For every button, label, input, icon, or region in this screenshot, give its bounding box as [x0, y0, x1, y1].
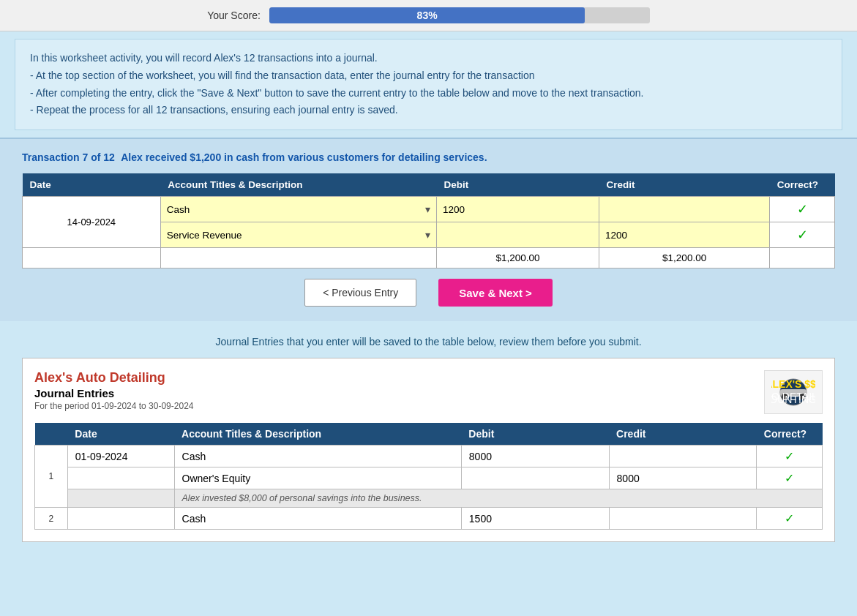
- jcol-num: [35, 423, 68, 446]
- entry-credit-cash2: [609, 508, 757, 530]
- entry-date: 14-09-2024: [23, 197, 161, 248]
- previous-button[interactable]: < Previous Entry: [304, 279, 416, 307]
- jcol-account: Account Titles & Description: [174, 423, 461, 446]
- score-bar-fill: 83%: [269, 7, 585, 23]
- account-cell-1: Cash Service Revenue: [160, 197, 436, 222]
- entry-table: Date Account Titles & Description Debit …: [22, 173, 835, 268]
- journal-period: For the period 01-09-2024 to 30-09-2024: [34, 401, 193, 411]
- entry-correct-cash: ✓: [757, 446, 823, 467]
- instruction-line2: - At the top section of the worksheet, y…: [30, 67, 827, 85]
- account-select-wrapper-2[interactable]: Service Revenue Cash: [161, 225, 436, 245]
- entry-date-2: [67, 508, 174, 530]
- transaction-description: Alex received $1,200 in cash from variou…: [121, 151, 487, 163]
- total-debit: $1,200.00: [437, 248, 599, 268]
- entry-debit-cash2: 1500: [461, 508, 609, 530]
- table-row: Alex invested $8,000 of personal savings…: [35, 489, 823, 508]
- journal-subtitle: Journal Entries that you enter will be s…: [22, 336, 835, 348]
- col-correct-header: Correct?: [770, 173, 835, 197]
- jcol-correct: Correct?: [757, 423, 823, 446]
- credit-input-1[interactable]: [599, 200, 769, 219]
- jcol-credit: Credit: [609, 423, 757, 446]
- col-credit-header: Credit: [599, 173, 770, 197]
- journal-header-row: Alex's Auto Detailing Journal Entries Fo…: [34, 370, 823, 418]
- score-percent: 83%: [417, 10, 438, 21]
- desc-date: [67, 489, 174, 508]
- credit-cell-2[interactable]: [599, 222, 770, 248]
- transaction-number: Transaction 7 of 12: [22, 151, 115, 163]
- entry-date-1: 01-09-2024: [67, 446, 174, 467]
- instruction-line4: - Repeat the process for all 12 transact…: [30, 102, 827, 119]
- entry-account-cash2: Cash: [174, 508, 461, 530]
- svg-text:ALEX'S $$$: ALEX'S $$$: [771, 378, 815, 390]
- score-bar-container: 83%: [269, 7, 650, 23]
- col-debit-header: Debit: [437, 173, 599, 197]
- instruction-line1: In this worksheet activity, you will rec…: [30, 50, 827, 67]
- jcol-date: Date: [67, 423, 174, 446]
- table-row: Owner's Equity 8000 ✓: [35, 467, 823, 489]
- score-section: Your Score: 83%: [0, 0, 857, 31]
- transaction-header: Transaction 7 of 12 Alex received $1,200…: [22, 151, 835, 163]
- company-logo: ALEX'S $$$ AUTO DETAILING ACCOUNTING LAB: [764, 370, 823, 414]
- account-dropdown-2[interactable]: Service Revenue Cash: [161, 225, 436, 245]
- checkmark-icon-1: ✓: [797, 202, 808, 217]
- jcol-debit: Debit: [461, 423, 609, 446]
- debit-cell-2[interactable]: [437, 222, 599, 248]
- instruction-line3: - After completing the entry, click the …: [30, 85, 827, 102]
- entry-correct-equity: ✓: [757, 467, 823, 489]
- buttons-row: < Previous Entry Save & Next >: [22, 279, 835, 307]
- table-row: 2 Cash 1500 ✓: [35, 508, 823, 530]
- desc-text: Alex invested $8,000 of personal savings…: [174, 489, 822, 508]
- instructions-box: In this worksheet activity, you will rec…: [15, 39, 842, 130]
- journal-company: Alex's Auto Detailing: [34, 370, 193, 386]
- col-account-header: Account Titles & Description: [160, 173, 436, 197]
- journal-box: Alex's Auto Detailing Journal Entries Fo…: [22, 358, 835, 542]
- check-icon-j3: ✓: [764, 511, 815, 525]
- credit-cell-1[interactable]: [599, 197, 770, 222]
- checkmark-icon-2: ✓: [797, 228, 808, 242]
- debit-input-1[interactable]: [437, 200, 599, 219]
- entry-account-equity: Owner's Equity: [174, 467, 461, 489]
- col-date-header: Date: [23, 173, 161, 197]
- check-icon-j1: ✓: [764, 449, 815, 463]
- save-next-button[interactable]: Save & Next >: [438, 279, 553, 307]
- correct-cell-2: ✓: [770, 222, 835, 248]
- total-row: $1,200.00 $1,200.00: [23, 248, 835, 268]
- entry-debit-equity: [461, 467, 609, 489]
- entry-debit-cash: 8000: [461, 446, 609, 467]
- journal-table-header: Date Account Titles & Description Debit …: [35, 423, 823, 446]
- debit-input-2[interactable]: [437, 225, 599, 245]
- svg-text:ACCOUNTING LAB: ACCOUNTING LAB: [771, 394, 815, 405]
- entry-correct-cash2: ✓: [757, 508, 823, 530]
- debit-cell-1[interactable]: [437, 197, 599, 222]
- total-empty-correct: [770, 248, 835, 268]
- total-empty-account: [160, 248, 436, 268]
- entry-credit-cash: [609, 446, 757, 467]
- score-label: Your Score:: [207, 10, 261, 21]
- journal-header-left: Alex's Auto Detailing Journal Entries Fo…: [34, 370, 193, 418]
- account-dropdown-1[interactable]: Cash Service Revenue: [161, 200, 436, 219]
- entry-num-2: 2: [35, 508, 68, 530]
- journal-title-text: Journal Entries: [34, 387, 193, 399]
- total-credit: $1,200.00: [599, 248, 770, 268]
- entry-credit-equity: 8000: [609, 467, 757, 489]
- entry-account-cash: Cash: [174, 446, 461, 467]
- entry-date-1b: [67, 467, 174, 489]
- journal-table: Date Account Titles & Description Debit …: [34, 423, 823, 530]
- credit-input-2[interactable]: [599, 225, 769, 245]
- correct-cell-1: ✓: [770, 197, 835, 222]
- check-icon-j2: ✓: [764, 471, 815, 485]
- logo-svg: ALEX'S $$$ AUTO DETAILING ACCOUNTING LAB: [771, 378, 815, 407]
- entry-num-1: 1: [35, 446, 68, 508]
- account-cell-2: Service Revenue Cash: [160, 222, 436, 248]
- journal-section: Journal Entries that you enter will be s…: [0, 324, 857, 557]
- table-row: 14-09-2024 Cash Service Revenue: [23, 197, 835, 222]
- table-row: 1 01-09-2024 Cash 8000 ✓: [35, 446, 823, 467]
- total-empty-date: [23, 248, 161, 268]
- account-select-wrapper-1[interactable]: Cash Service Revenue: [161, 200, 436, 219]
- transaction-section: Transaction 7 of 12 Alex received $1,200…: [0, 138, 857, 321]
